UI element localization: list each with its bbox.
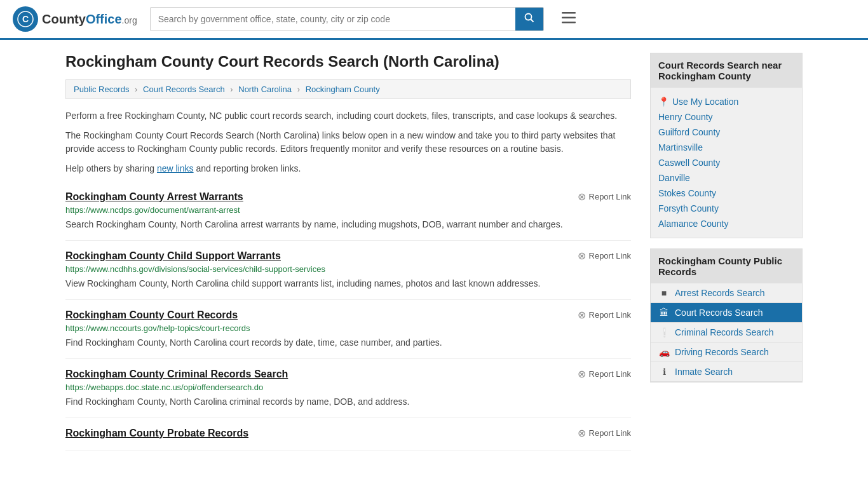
breadcrumb-rockingham-county[interactable]: Rockingham County: [306, 85, 380, 94]
sidebar: Court Records Search near Rockingham Cou…: [650, 53, 803, 451]
svg-text:C: C: [22, 14, 29, 24]
result-item: Rockingham County Probate Records ⊗ Repo…: [65, 418, 631, 451]
rec-label-2: Criminal Records Search: [675, 327, 774, 337]
pub-record-item-1[interactable]: 🏛Court Records Search: [651, 303, 802, 323]
result-title-1[interactable]: Rockingham County Child Support Warrants: [65, 250, 281, 262]
result-title-0[interactable]: Rockingham County Arrest Warrants: [65, 191, 243, 203]
result-title-2[interactable]: Rockingham County Court Records: [65, 309, 238, 321]
nearby-link-1[interactable]: Guilford County: [658, 125, 794, 140]
result-title-3[interactable]: Rockingham County Criminal Records Searc…: [65, 369, 288, 380]
breadcrumb-court-records-search[interactable]: Court Records Search: [143, 85, 225, 94]
use-location-link[interactable]: 📍 Use My Location: [658, 94, 794, 109]
result-desc-0: Search Rockingham County, North Carolina…: [65, 218, 631, 231]
nearby-content: 📍 Use My Location Henry CountyGuilford C…: [651, 88, 802, 238]
result-desc-1: View Rockingham County, North Carolina c…: [65, 277, 631, 290]
public-records-section: Rockingham County Public Records ■Arrest…: [650, 248, 803, 383]
new-links-link[interactable]: new links: [157, 163, 194, 173]
report-link-4[interactable]: ⊗ Report Link: [578, 427, 631, 439]
report-icon-1: ⊗: [578, 250, 586, 262]
description-1: Perform a free Rockingham County, NC pub…: [65, 109, 631, 123]
result-url-0[interactable]: https://www.ncdps.gov/document/warrant-a…: [65, 205, 631, 215]
nearby-section: Court Records Search near Rockingham Cou…: [650, 53, 803, 238]
logo-text: CountyOffice.org: [42, 12, 137, 27]
report-link-1[interactable]: ⊗ Report Link: [578, 250, 631, 262]
results-list: Rockingham County Arrest Warrants ⊗ Repo…: [65, 182, 631, 451]
public-records-list: ■Arrest Records Search🏛Court Records Sea…: [651, 283, 802, 382]
svg-rect-4: [562, 12, 576, 14]
result-header: Rockingham County Arrest Warrants ⊗ Repo…: [65, 191, 631, 203]
pub-record-item-4[interactable]: ℹInmate Search: [651, 362, 802, 382]
svg-line-3: [531, 20, 533, 22]
report-icon-4: ⊗: [578, 427, 586, 439]
pub-record-item-0[interactable]: ■Arrest Records Search: [651, 283, 802, 303]
nearby-link-7[interactable]: Alamance County: [658, 216, 794, 231]
search-input[interactable]: [151, 8, 515, 30]
pub-record-item-3[interactable]: 🚗Driving Records Search: [651, 342, 802, 362]
breadcrumb-north-carolina[interactable]: North Carolina: [238, 85, 292, 94]
result-url-3[interactable]: https://webapps.doc.state.nc.us/opi/offe…: [65, 383, 631, 392]
result-title-4[interactable]: Rockingham County Probate Records: [65, 428, 248, 439]
svg-point-2: [525, 14, 531, 20]
site-header: C CountyOffice.org: [0, 0, 868, 40]
nearby-link-2[interactable]: Martinsville: [658, 140, 794, 155]
description-2: The Rockingham County Court Records Sear…: [65, 129, 631, 156]
result-header: Rockingham County Child Support Warrants…: [65, 250, 631, 262]
result-header: Rockingham County Criminal Records Searc…: [65, 368, 631, 380]
report-link-0[interactable]: ⊗ Report Link: [578, 191, 631, 203]
logo-link[interactable]: C CountyOffice.org: [13, 6, 137, 32]
breadcrumb-public-records[interactable]: Public Records: [74, 85, 129, 94]
rec-label-3: Driving Records Search: [675, 347, 769, 357]
rec-label-1: Court Records Search: [675, 308, 763, 318]
rec-label-4: Inmate Search: [675, 367, 733, 377]
breadcrumb: Public Records › Court Records Search › …: [65, 79, 631, 99]
pub-record-item-2[interactable]: ❕Criminal Records Search: [651, 323, 802, 342]
rec-label-0: Arrest Records Search: [675, 288, 765, 298]
nearby-link-6[interactable]: Forsyth County: [658, 201, 794, 216]
public-records-title: Rockingham County Public Records: [651, 249, 802, 283]
content-area: Rockingham County Court Records Search (…: [65, 53, 631, 451]
result-url-2[interactable]: https://www.nccourts.gov/help-topics/cou…: [65, 323, 631, 333]
rec-icon-3: 🚗: [658, 347, 670, 357]
result-desc-3: Find Rockingham County, North Carolina c…: [65, 395, 631, 409]
breadcrumb-sep-1: ›: [135, 85, 137, 94]
report-link-3[interactable]: ⊗ Report Link: [578, 368, 631, 380]
report-icon-0: ⊗: [578, 191, 586, 203]
result-item: Rockingham County Court Records ⊗ Report…: [65, 300, 631, 359]
result-item: Rockingham County Child Support Warrants…: [65, 241, 631, 300]
report-link-2[interactable]: ⊗ Report Link: [578, 309, 631, 321]
rec-icon-0: ■: [658, 288, 670, 298]
nearby-links-list: Henry CountyGuilford CountyMartinsvilleC…: [658, 109, 794, 231]
result-header: Rockingham County Probate Records ⊗ Repo…: [65, 427, 631, 439]
result-item: Rockingham County Arrest Warrants ⊗ Repo…: [65, 182, 631, 241]
result-header: Rockingham County Court Records ⊗ Report…: [65, 309, 631, 321]
location-pin-icon: 📍: [658, 97, 669, 107]
svg-rect-5: [562, 17, 576, 19]
nearby-link-0[interactable]: Henry County: [658, 109, 794, 125]
search-bar: [150, 7, 544, 31]
rec-icon-4: ℹ: [658, 367, 670, 377]
search-button[interactable]: [515, 8, 543, 30]
svg-rect-6: [562, 22, 576, 24]
page-title: Rockingham County Court Records Search (…: [65, 53, 631, 71]
nearby-link-5[interactable]: Stokes County: [658, 186, 794, 201]
report-icon-3: ⊗: [578, 368, 586, 380]
nearby-link-4[interactable]: Danville: [658, 170, 794, 186]
breadcrumb-sep-3: ›: [297, 85, 300, 94]
description-3: Help others by sharing new links and rep…: [65, 162, 631, 175]
rec-icon-1: 🏛: [658, 308, 670, 318]
hamburger-menu-button[interactable]: [557, 8, 581, 30]
result-item: Rockingham County Criminal Records Searc…: [65, 359, 631, 418]
nearby-link-3[interactable]: Caswell County: [658, 155, 794, 170]
breadcrumb-sep-2: ›: [230, 85, 233, 94]
nearby-title: Court Records Search near Rockingham Cou…: [651, 53, 802, 88]
result-url-1[interactable]: https://www.ncdhhs.gov/divisions/social-…: [65, 264, 631, 274]
report-icon-2: ⊗: [578, 309, 586, 321]
result-desc-2: Find Rockingham County, North Carolina c…: [65, 336, 631, 349]
main-container: Rockingham County Court Records Search (…: [53, 40, 815, 464]
rec-icon-2: ❕: [658, 327, 670, 337]
logo-icon: C: [13, 6, 38, 32]
